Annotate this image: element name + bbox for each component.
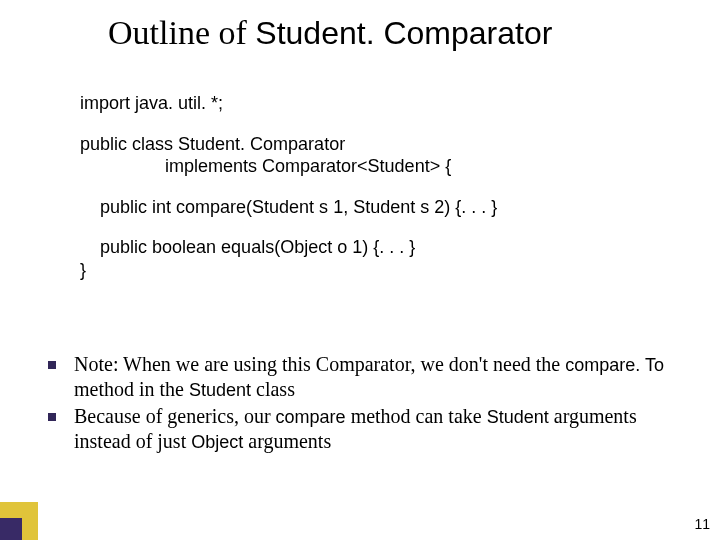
t-code: Student [189,380,251,400]
t: arguments [243,430,331,452]
t: Note: When we are using this Comparator,… [74,353,565,375]
t: method can take [346,405,487,427]
code-line: } [80,259,700,282]
code-block: import java. util. *; public class Stude… [80,92,700,281]
t-code: compare [276,407,346,427]
code-line: public class Student. Comparator [80,133,700,156]
bullet-icon [48,361,56,369]
t-code: compare. To [565,355,664,375]
page-number: 11 [694,516,710,532]
accent-purple [0,518,22,540]
code-line: public int compare(Student s 1, Student … [80,196,700,219]
title-prefix: Outline of [108,14,255,51]
slide: Outline of Student. Comparator import ja… [0,0,720,540]
t-code: Object [191,432,243,452]
code-line: public boolean equals(Object o 1) {. . .… [80,236,700,259]
corner-accent [0,498,42,540]
code-line: implements Comparator<Student> { [80,155,700,178]
notes-block: Note: When we are using this Comparator,… [48,352,688,456]
t: method in the [74,378,189,400]
title-code: Student. Comparator [255,15,552,51]
code-line: import java. util. *; [80,92,700,115]
bullet-icon [48,413,56,421]
note-item: Because of generics, our compare method … [48,404,688,454]
t: Because of generics, our [74,405,276,427]
t: class [251,378,295,400]
note-text: Because of generics, our compare method … [74,404,688,454]
t-code: Student [487,407,549,427]
note-text: Note: When we are using this Comparator,… [74,352,688,402]
note-item: Note: When we are using this Comparator,… [48,352,688,402]
slide-title: Outline of Student. Comparator [108,14,552,51]
